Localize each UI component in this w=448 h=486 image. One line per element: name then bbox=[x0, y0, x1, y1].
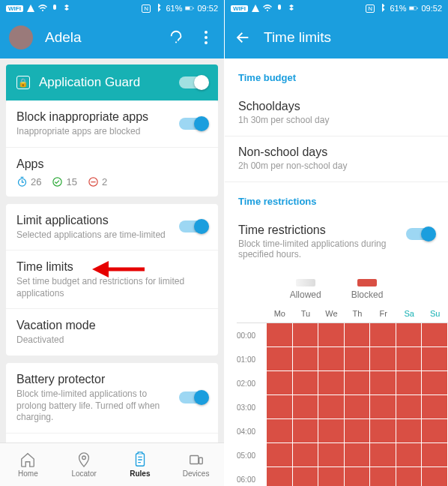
limit-apps-switch[interactable] bbox=[179, 220, 208, 232]
schedule-cell[interactable] bbox=[293, 347, 319, 371]
schedule-cell[interactable] bbox=[396, 323, 423, 347]
schedule-cell[interactable] bbox=[345, 467, 371, 486]
schedule-cell[interactable] bbox=[370, 323, 396, 347]
svg-rect-12 bbox=[417, 8, 418, 9]
more-button[interactable] bbox=[197, 28, 215, 46]
schedule-cell[interactable] bbox=[293, 323, 319, 347]
schedule-cell[interactable] bbox=[293, 467, 319, 486]
sync-icon bbox=[287, 4, 296, 13]
schedule-cell[interactable] bbox=[267, 419, 293, 443]
row-auto-on[interactable]: Turns on automatically at 20% of battery… bbox=[6, 434, 218, 442]
schedule-cell[interactable] bbox=[318, 371, 345, 395]
schedule-cell[interactable] bbox=[318, 467, 345, 486]
schedule-cell[interactable] bbox=[267, 347, 293, 371]
schedule-cell[interactable] bbox=[396, 443, 423, 467]
schedule-cell[interactable] bbox=[345, 371, 371, 395]
day-header: Tu bbox=[293, 304, 319, 322]
schedule-cell[interactable] bbox=[318, 395, 345, 419]
schedule-cell[interactable] bbox=[318, 419, 345, 443]
apps-allowed: 15 bbox=[52, 176, 76, 188]
limit-apps-sub: Selected applications are time-limited bbox=[16, 230, 172, 242]
bottom-nav: Home Locator Rules Devices bbox=[0, 442, 224, 486]
nav-devices[interactable]: Devices bbox=[168, 443, 224, 486]
schedule-cell[interactable] bbox=[293, 419, 319, 443]
row-limit-apps[interactable]: Limit applications Selected applications… bbox=[6, 204, 218, 251]
schedule-cell[interactable] bbox=[318, 347, 345, 371]
battery-sub: Block time-limited applications to prolo… bbox=[16, 388, 172, 424]
row-nonschool[interactable]: Non-school days 2h 00m per non-school da… bbox=[225, 136, 448, 182]
schedule-cell[interactable] bbox=[267, 323, 293, 347]
schedule-cell[interactable] bbox=[267, 443, 293, 467]
header-time-budget: Time budget bbox=[225, 58, 448, 91]
wifi-icon bbox=[38, 4, 47, 13]
schedule-cell[interactable] bbox=[345, 323, 371, 347]
hour-label: 05:00 bbox=[237, 443, 267, 467]
schedule-cell[interactable] bbox=[422, 419, 448, 443]
app-guard-switch[interactable] bbox=[179, 76, 208, 88]
vacation-sub: Deactivated bbox=[16, 334, 208, 346]
schedule-cell[interactable] bbox=[396, 347, 423, 371]
schedule-cell[interactable] bbox=[370, 419, 396, 443]
nfc-icon: N bbox=[142, 4, 151, 13]
page-title: Time limits bbox=[264, 29, 439, 46]
restrictions-switch[interactable] bbox=[406, 228, 435, 240]
nav-rules[interactable]: Rules bbox=[112, 443, 169, 486]
schedule-grid[interactable]: MoTuWeThFrSaSu 00:0001:0002:0003:0004:00… bbox=[225, 304, 448, 486]
avatar[interactable] bbox=[9, 26, 33, 50]
schedule-cell[interactable] bbox=[293, 371, 319, 395]
clock-text: 09:52 bbox=[197, 4, 218, 13]
schedule-cell[interactable] bbox=[370, 347, 396, 371]
row-battery-protector[interactable]: Battery protector Block time-limited app… bbox=[6, 363, 218, 434]
phone-right: WIFI N 61% 09:52 Time limits Time budget… bbox=[224, 0, 448, 486]
row-schooldays[interactable]: Schooldays 1h 30m per school day bbox=[225, 91, 448, 136]
help-button[interactable] bbox=[167, 28, 185, 46]
schedule-cell[interactable] bbox=[267, 371, 293, 395]
schedule-cell[interactable] bbox=[396, 371, 423, 395]
schedule-cell[interactable] bbox=[422, 347, 448, 371]
schedule-cell[interactable] bbox=[318, 323, 345, 347]
schedule-cell[interactable] bbox=[318, 443, 345, 467]
day-header: We bbox=[318, 304, 345, 322]
schedule-cell[interactable] bbox=[345, 419, 371, 443]
schedule-cell[interactable] bbox=[293, 395, 319, 419]
schedule-cell[interactable] bbox=[267, 395, 293, 419]
battery-text: 61% bbox=[166, 4, 182, 13]
schedule-cell[interactable] bbox=[422, 395, 448, 419]
battery-title: Battery protector bbox=[16, 372, 172, 387]
schedule-cell[interactable] bbox=[267, 467, 293, 486]
user-name: Adela bbox=[45, 29, 155, 46]
app-guard-header[interactable]: 🔒 Application Guard bbox=[6, 64, 218, 100]
schedule-cell[interactable] bbox=[345, 443, 371, 467]
row-apps[interactable]: Apps 26 15 2 bbox=[6, 148, 218, 196]
main-scroll[interactable]: Time budget Schooldays 1h 30m per school… bbox=[225, 58, 448, 486]
schedule-cell[interactable] bbox=[345, 395, 371, 419]
schedule-cell[interactable] bbox=[293, 443, 319, 467]
schedule-cell[interactable] bbox=[370, 395, 396, 419]
main-scroll[interactable]: 🔒 Application Guard Block inappropriate … bbox=[0, 58, 224, 442]
row-restrictions[interactable]: Time restrictions Block time-limited app… bbox=[225, 214, 448, 270]
hour-label: 06:00 bbox=[237, 467, 267, 486]
schedule-cell[interactable] bbox=[370, 443, 396, 467]
row-time-limits[interactable]: Time limits Set time budget and restrict… bbox=[6, 250, 218, 309]
schedule-cell[interactable] bbox=[396, 419, 423, 443]
nfc-icon: N bbox=[366, 4, 375, 13]
schedule-cell[interactable] bbox=[345, 347, 371, 371]
nav-home[interactable]: Home bbox=[0, 443, 56, 486]
block-inappropriate-switch[interactable] bbox=[179, 118, 208, 130]
nav-locator[interactable]: Locator bbox=[56, 443, 112, 486]
back-button[interactable] bbox=[234, 28, 252, 46]
schedule-cell[interactable] bbox=[422, 467, 448, 486]
row-vacation[interactable]: Vacation mode Deactivated bbox=[6, 309, 218, 356]
schedule-cell[interactable] bbox=[370, 467, 396, 486]
battery-switch[interactable] bbox=[179, 392, 208, 404]
schedule-cell[interactable] bbox=[422, 323, 448, 347]
row-block-inappropriate[interactable]: Block inappropriate apps Inappropriate a… bbox=[6, 100, 218, 148]
schedule-cell[interactable] bbox=[422, 443, 448, 467]
schedule-cell[interactable] bbox=[396, 395, 423, 419]
block-inappropriate-sub: Inappropriate apps are blocked bbox=[16, 126, 172, 138]
schedule-cell[interactable] bbox=[396, 467, 423, 486]
schedule-cell[interactable] bbox=[370, 371, 396, 395]
schedule-cell[interactable] bbox=[422, 371, 448, 395]
restrictions-title: Time restrictions bbox=[238, 224, 406, 237]
statusbar: WIFI N 61% 09:52 bbox=[0, 0, 224, 16]
